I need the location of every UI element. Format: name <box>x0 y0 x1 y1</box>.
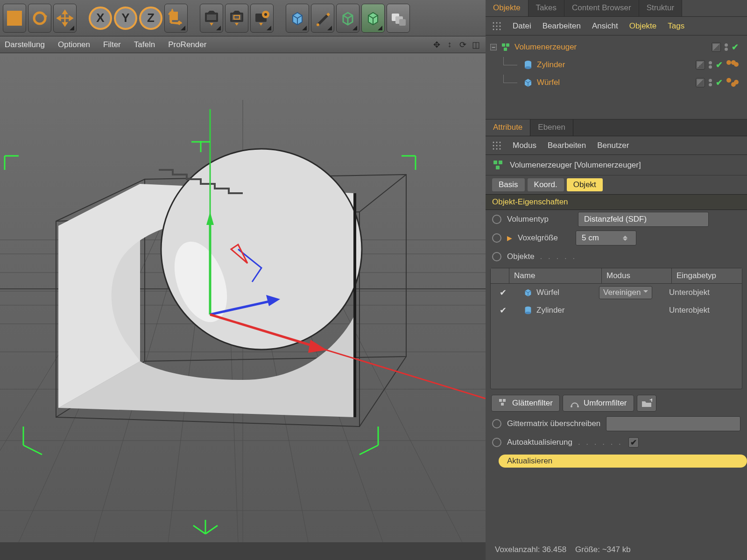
svg-point-12 <box>264 13 267 16</box>
volumentyp-dropdown[interactable]: Distanzfeld (SDF) <box>578 212 709 227</box>
anim-dot-icon[interactable] <box>492 215 501 224</box>
svg-point-0 <box>34 13 45 24</box>
viewport-menu-panels[interactable]: Tafeln <box>134 40 155 49</box>
tab-takes[interactable]: Takes <box>529 0 564 16</box>
more-tools-button[interactable] <box>387 4 410 33</box>
objects-menu-objekte[interactable]: Objekte <box>629 21 657 31</box>
tab-struktur[interactable]: Struktur <box>639 0 683 16</box>
axis-z-toggle[interactable]: Z <box>139 4 162 33</box>
attr-menu-modus[interactable]: Modus <box>513 141 536 150</box>
table-row[interactable]: ✔ Zylinder Unterobjekt <box>491 301 742 319</box>
mode-value: Vereinigen <box>603 288 641 297</box>
pill-objekt[interactable]: Objekt <box>567 178 603 191</box>
svg-point-54 <box>493 28 494 30</box>
mode-dropdown[interactable]: Vereinigen <box>599 286 652 299</box>
svg-point-71 <box>500 148 501 149</box>
phong-tag-icon[interactable] <box>726 78 739 87</box>
attribute-title: Volumenerzeuger [Volumenerzeuger] <box>510 161 641 170</box>
folder-plus-icon: + <box>641 399 652 408</box>
main-toolbar: X Y Z <box>0 0 486 36</box>
visibility-dots[interactable] <box>709 61 712 69</box>
redo-button[interactable] <box>28 4 51 33</box>
layer-toggle[interactable] <box>696 60 705 70</box>
tab-content-browser[interactable]: Content Browser <box>564 0 639 16</box>
render-view-button[interactable] <box>200 4 223 33</box>
enable-check-icon[interactable]: ✔ <box>716 77 723 88</box>
attribute-body: Volumenerzeuger [Volumenerzeuger] Basis … <box>486 155 747 560</box>
objects-menu-tags[interactable]: Tags <box>668 21 684 31</box>
undo-button[interactable] <box>3 4 26 33</box>
attr-menu-benutzer[interactable]: Benutzer <box>597 141 629 150</box>
viewport-menu-filter[interactable]: Filter <box>103 40 121 49</box>
svg-marker-3 <box>210 23 213 26</box>
attr-menu-bearbeiten[interactable]: Bearbeiten <box>548 141 586 150</box>
axis-y-toggle[interactable]: Y <box>114 4 137 33</box>
viewport-menu-options[interactable]: Optionen <box>58 40 90 49</box>
folder-add-button[interactable]: + <box>637 395 656 412</box>
row-enable-check[interactable]: ✔ <box>498 305 508 315</box>
primitive-cube-button[interactable] <box>286 4 309 33</box>
pill-koord[interactable]: Koord. <box>528 178 564 191</box>
viewport-maximize-icon[interactable]: ◫ <box>471 40 481 50</box>
table-row[interactable]: ✔ Würfel Vereinigen Unterobjekt <box>491 284 742 301</box>
render-region-button[interactable] <box>225 4 248 33</box>
viewport-3d-canvas[interactable] <box>0 53 486 542</box>
panel-grid-icon[interactable] <box>492 141 501 150</box>
svg-point-53 <box>500 25 501 27</box>
camera-orbit-icon[interactable]: ⟳ <box>458 40 468 50</box>
coord-system-button[interactable] <box>164 4 188 33</box>
cylinder-icon <box>523 306 533 315</box>
anim-dot-icon[interactable] <box>492 233 501 243</box>
layer-toggle[interactable] <box>712 42 721 52</box>
axis-x-toggle[interactable]: X <box>89 4 112 33</box>
tree-row-zylinder[interactable]: Zylinder ✔ <box>490 56 744 74</box>
visibility-dots[interactable] <box>725 43 728 51</box>
svg-point-48 <box>493 22 494 23</box>
svg-rect-59 <box>504 48 507 51</box>
panel-grid-icon[interactable] <box>492 21 501 31</box>
camera-pan-icon[interactable]: ✥ <box>431 40 442 50</box>
row-enable-check[interactable]: ✔ <box>498 287 508 298</box>
tree-row-wuerfel[interactable]: Würfel ✔ <box>490 74 744 91</box>
glatten-filter-button[interactable]: Glättenfilter <box>491 395 560 412</box>
deformer-button[interactable] <box>361 4 385 33</box>
enable-check-icon[interactable]: ✔ <box>716 60 723 70</box>
phong-tag-icon[interactable] <box>726 60 739 70</box>
tab-objekte[interactable]: Objekte <box>486 0 529 16</box>
move-tool[interactable] <box>53 4 77 33</box>
tab-attribute[interactable]: Attribute <box>486 119 530 136</box>
tree-row-volumenerzeuger[interactable]: – Volumenerzeuger ✔ <box>490 38 744 56</box>
row-type: Unterobjekt <box>669 306 739 315</box>
aktualisieren-button[interactable]: Aktualisieren <box>499 455 747 468</box>
enable-check-icon[interactable]: ✔ <box>732 42 739 52</box>
objects-menu-ansicht[interactable]: Ansicht <box>592 21 618 31</box>
filter-label: Umformfilter <box>584 399 627 408</box>
spline-pen-button[interactable] <box>311 4 334 33</box>
tab-ebenen[interactable]: Ebenen <box>530 119 573 136</box>
anim-dot-icon[interactable] <box>492 419 501 428</box>
svg-rect-74 <box>496 166 500 169</box>
render-settings-button[interactable] <box>250 4 274 33</box>
prop-label: Gittermatrix überschreiben <box>507 419 600 428</box>
col-name: Name <box>509 268 602 283</box>
umform-filter-button[interactable]: Umformfilter <box>563 395 634 412</box>
spinner-icon[interactable] <box>623 233 630 243</box>
voxel-size-field[interactable]: 5 cm <box>576 231 636 245</box>
viewport-menu-prorender[interactable]: ProRender <box>168 40 206 49</box>
auto-update-checkbox[interactable]: ✔ <box>628 437 639 448</box>
anim-dot-icon[interactable] <box>492 252 501 261</box>
anim-dot-icon[interactable] <box>492 438 501 447</box>
objects-menu-bearbeiten[interactable]: Bearbeiten <box>543 21 581 31</box>
pill-basis[interactable]: Basis <box>492 178 525 191</box>
viewport-menu-display[interactable]: Darstellung <box>5 40 45 49</box>
attribute-panel-tabs: Attribute Ebenen <box>486 119 747 136</box>
layer-toggle[interactable] <box>696 78 705 87</box>
tree-expand-icon[interactable]: – <box>490 44 497 50</box>
gittermatrix-field[interactable] <box>606 416 740 431</box>
svg-point-55 <box>496 28 498 30</box>
generator-button[interactable] <box>336 4 359 33</box>
visibility-dots[interactable] <box>709 79 712 86</box>
objects-menu-datei[interactable]: Datei <box>513 21 531 31</box>
camera-zoom-icon[interactable]: ↕ <box>444 40 455 50</box>
disclose-icon[interactable]: ▶ <box>507 234 512 242</box>
